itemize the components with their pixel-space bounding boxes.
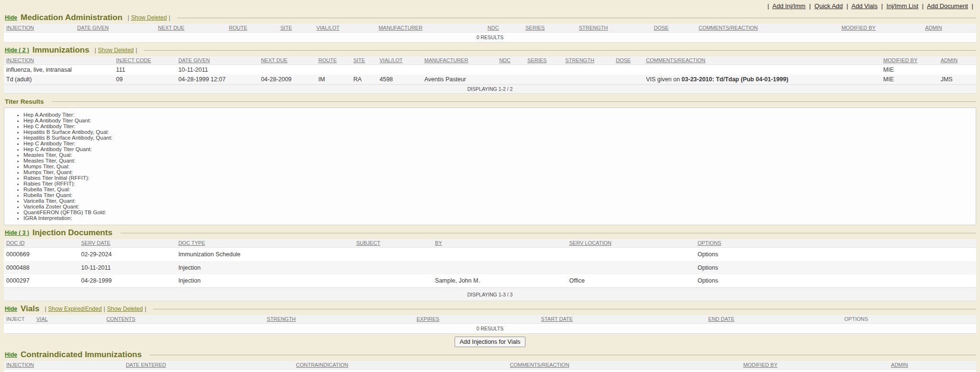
- col-strength[interactable]: STRENGTH: [577, 24, 651, 33]
- col-route[interactable]: ROUTE: [226, 24, 278, 33]
- titer-results-section: Titer Results Hep A Antibody Titer: Hep …: [4, 97, 976, 225]
- add-inj-imm-link[interactable]: Add Inj/Imm: [772, 2, 805, 10]
- immunizations-table: INJECTION INJECT CODE DATE GIVEN NEXT DU…: [4, 56, 976, 94]
- col-ndc[interactable]: NDC: [497, 56, 525, 65]
- titer-item: Rubella Titer Quant:: [23, 192, 971, 198]
- col-serv-date[interactable]: SERV DATE: [78, 239, 176, 248]
- cell-strength: [563, 75, 613, 85]
- col-by[interactable]: BY: [433, 239, 567, 248]
- show-deleted-link[interactable]: Show Deleted: [98, 47, 134, 54]
- col-admin[interactable]: ADMIN: [923, 24, 976, 33]
- quick-add-link[interactable]: Quick Add: [814, 2, 843, 10]
- cell-doc-id: 0000669: [4, 248, 78, 261]
- hide-immunizations-link[interactable]: Hide ( 2 ): [5, 47, 29, 54]
- col-subject[interactable]: SUBJECT: [354, 239, 433, 248]
- col-site[interactable]: SITE: [351, 56, 377, 65]
- document-row: 0000488 10-11-2011 Injection Options: [4, 261, 976, 274]
- col-expires[interactable]: EXPIRES: [414, 315, 538, 324]
- col-serv-location[interactable]: SERV LOCATION: [567, 239, 695, 248]
- col-ndc[interactable]: NDC: [485, 24, 523, 33]
- cell-date-given: 10-11-2011: [176, 65, 259, 75]
- col-date-given[interactable]: DATE GIVEN: [176, 56, 259, 65]
- titer-item: Measles Titer, Qual:: [23, 152, 971, 158]
- titer-item: Rubella Titer, Qual:: [23, 186, 971, 192]
- vials-header: Hide Vials | Show Expired/Ended | Show D…: [5, 304, 976, 314]
- col-dose[interactable]: DOSE: [613, 56, 644, 65]
- col-doc-id[interactable]: DOC ID: [4, 239, 78, 248]
- hide-injection-documents-link[interactable]: Hide ( 3 ): [5, 230, 29, 236]
- show-expired-ended-link[interactable]: Show Expired/Ended: [48, 306, 102, 312]
- col-next-due[interactable]: NEXT DUE: [156, 24, 226, 33]
- col-dose[interactable]: DOSE: [651, 24, 696, 33]
- immunization-row: Td (adult) 09 04-28-1999 12:07 04-28-200…: [4, 75, 976, 85]
- separator: |: [169, 14, 170, 21]
- cell-options: Options: [695, 261, 976, 274]
- show-deleted-link[interactable]: Show Deleted: [131, 14, 167, 21]
- add-vials-link[interactable]: Add Vials: [851, 2, 878, 10]
- header-divider-line: [177, 18, 976, 18]
- col-injection[interactable]: INJECTION: [4, 56, 114, 65]
- col-manufacturer[interactable]: MANUFACTURER: [422, 56, 497, 65]
- cell-serv-location: [567, 248, 695, 261]
- col-doc-type[interactable]: DOC TYPE: [176, 239, 354, 248]
- col-contents[interactable]: CONTENTS: [104, 315, 264, 324]
- col-strength[interactable]: STRENGTH: [563, 56, 613, 65]
- col-comments-reaction[interactable]: COMMENTS/REACTION: [696, 24, 839, 33]
- paging-row: DISPLAYING 1-2 / 2: [4, 85, 976, 94]
- cell-options: Options: [695, 274, 976, 288]
- titer-item: QuantiFERON (QFTBG) TB Gold:: [23, 209, 971, 215]
- col-route[interactable]: ROUTE: [316, 56, 351, 65]
- options-menu[interactable]: Options: [698, 264, 718, 271]
- col-series[interactable]: SERIES: [523, 24, 577, 33]
- col-modified-by[interactable]: MODIFIED BY: [741, 361, 889, 370]
- col-site[interactable]: SITE: [278, 24, 314, 33]
- show-deleted-link[interactable]: Show Deleted: [107, 306, 143, 312]
- col-strength[interactable]: STRENGTH: [265, 315, 414, 324]
- col-date-entered[interactable]: DATE ENTERED: [123, 361, 294, 370]
- contraindicated-immunizations-table: INJECTION DATE ENTERED CONTRAINDICATION …: [4, 361, 976, 372]
- options-menu[interactable]: Options: [698, 277, 718, 284]
- col-modified-by[interactable]: MODIFIED BY: [839, 24, 923, 33]
- col-vial-lot[interactable]: VIAL/LOT: [377, 56, 422, 65]
- col-series[interactable]: SERIES: [525, 56, 563, 65]
- empty-results-row: 0 RESULTS: [4, 370, 976, 372]
- separator: |: [145, 306, 146, 312]
- separator: |: [104, 306, 105, 312]
- hide-medication-administration-link[interactable]: Hide: [5, 14, 17, 21]
- col-modified-by[interactable]: MODIFIED BY: [881, 56, 938, 65]
- options-menu[interactable]: Options: [698, 251, 718, 258]
- add-document-link[interactable]: Add Document: [927, 2, 968, 10]
- inj-imm-list-link[interactable]: Inj/Imm List: [887, 2, 918, 10]
- table-header-row: INJECTION INJECT CODE DATE GIVEN NEXT DU…: [4, 56, 976, 65]
- add-injections-for-vials-button[interactable]: Add Injections for Vials: [455, 337, 526, 347]
- topbar: | Add Inj/Imm | Quick Add | Add Vials | …: [0, 0, 980, 10]
- separator: |: [45, 306, 46, 312]
- paging-row: DISPLAYING 1-3 / 3: [4, 288, 976, 301]
- cell-date-given: 04-28-1999 12:07: [176, 75, 259, 85]
- col-injection[interactable]: INJECTION: [4, 24, 75, 33]
- col-next-due[interactable]: NEXT DUE: [258, 56, 316, 65]
- hide-vials-link[interactable]: Hide: [5, 306, 17, 312]
- cell-options: Options: [695, 248, 976, 261]
- col-vial-lot[interactable]: VIAL/LOT: [314, 24, 376, 33]
- col-admin[interactable]: ADMIN: [938, 56, 976, 65]
- col-injection[interactable]: INJECTION: [4, 361, 123, 370]
- col-inject-code[interactable]: INJECT CODE: [114, 56, 176, 65]
- col-manufacturer[interactable]: MANUFACTURER: [376, 24, 485, 33]
- titer-item: Rabies Titer Initial (RFFIT):: [23, 175, 971, 181]
- col-vial[interactable]: VIAL: [34, 315, 104, 324]
- col-end-date[interactable]: END DATE: [706, 315, 842, 324]
- col-contraindication[interactable]: CONTRAINDICATION: [294, 361, 508, 370]
- cell-dose: [613, 65, 644, 75]
- col-comments-reaction[interactable]: COMMENTS/REACTION: [508, 361, 741, 370]
- cell-doc-id: 0000297: [4, 274, 78, 288]
- hide-contraindicated-link[interactable]: Hide: [5, 351, 17, 358]
- titer-item: Rabies Titer (RFFIT):: [23, 181, 971, 186]
- col-admin[interactable]: ADMIN: [889, 361, 976, 370]
- col-date-given[interactable]: DATE GIVEN: [75, 24, 156, 33]
- col-start-date[interactable]: START DATE: [539, 315, 706, 324]
- titer-item: Measles Titer, Quant:: [23, 158, 971, 164]
- col-comments-reaction[interactable]: COMMENTS/REACTION: [644, 56, 881, 65]
- col-options[interactable]: OPTIONS: [695, 239, 976, 248]
- immunizations-section: Hide ( 2 ) Immunizations | Show Deleted …: [4, 45, 976, 94]
